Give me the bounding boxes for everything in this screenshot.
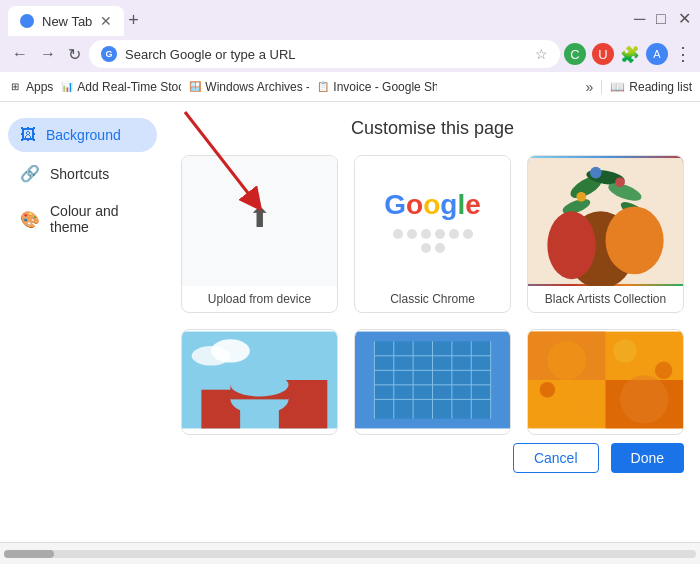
- dot-5: [449, 229, 459, 239]
- main-content: 🖼 Background 🔗 Shortcuts 🎨 Colour and th…: [0, 102, 700, 542]
- button-row: Cancel Done: [181, 435, 684, 481]
- upload-card-inner: ⬆: [182, 156, 337, 286]
- invoice-icon: 📋: [317, 80, 329, 94]
- dot-2: [407, 229, 417, 239]
- svg-point-40: [540, 382, 556, 398]
- building-image: [355, 330, 510, 430]
- dot-4: [435, 229, 445, 239]
- svg-point-38: [547, 341, 586, 380]
- sidebar: 🖼 Background 🔗 Shortcuts 🎨 Colour and th…: [0, 102, 165, 542]
- bookmark-invoice[interactable]: 📋 Invoice - Google Sh...: [317, 80, 437, 94]
- svg-point-43: [655, 362, 672, 379]
- reading-list-icon: 📖: [610, 80, 625, 94]
- stocks-icon: 📊: [61, 80, 73, 94]
- toolbar-icons: C U 🧩 A ⋮: [564, 43, 692, 65]
- bookmarks-bar: ⊞ Apps 📊 Add Real-Time Stoc... 🪟 Windows…: [0, 72, 700, 102]
- rock-arch-image: [182, 330, 337, 430]
- sidebar-colour-label: Colour and theme: [50, 203, 145, 235]
- search-text: Search Google or type a URL: [125, 47, 527, 62]
- apps-grid-icon: ⊞: [8, 80, 22, 94]
- svg-point-41: [576, 399, 595, 418]
- page-area: Customise this page ⬆ Upload from devic: [165, 102, 700, 542]
- sidebar-item-shortcuts[interactable]: 🔗 Shortcuts: [8, 156, 157, 191]
- extension-green-icon[interactable]: C: [564, 43, 586, 65]
- window-controls: ─ □ ✕: [634, 11, 692, 25]
- google-logo: Google: [384, 189, 480, 221]
- black-artists-card[interactable]: Black Artists Collection: [527, 155, 684, 313]
- colour-theme-icon: 🎨: [20, 210, 40, 229]
- upload-card-label: Upload from device: [182, 286, 337, 312]
- maximize-button[interactable]: □: [656, 11, 670, 25]
- rock-arch-card[interactable]: [181, 329, 338, 435]
- reading-list-button[interactable]: 📖 Reading list: [601, 80, 692, 94]
- svg-point-42: [613, 339, 636, 362]
- profile-avatar[interactable]: A: [646, 43, 668, 65]
- svg-point-39: [620, 375, 668, 423]
- close-button[interactable]: ✕: [678, 11, 692, 25]
- bookmark-apps-label: Apps: [26, 80, 53, 94]
- building-card[interactable]: [354, 329, 511, 435]
- svg-point-8: [590, 167, 602, 179]
- sidebar-background-label: Background: [46, 127, 121, 143]
- reload-button[interactable]: ↻: [64, 45, 85, 64]
- page-title: Customise this page: [181, 118, 684, 139]
- bottom-scrollbar[interactable]: [0, 542, 700, 564]
- more-bookmarks-button[interactable]: »: [586, 79, 594, 95]
- background-icon: 🖼: [20, 126, 36, 144]
- new-tab-button[interactable]: +: [128, 10, 139, 31]
- bookmark-stocks-label: Add Real-Time Stoc...: [77, 80, 181, 94]
- bookmark-windows-label: Windows Archives -...: [205, 80, 309, 94]
- sidebar-item-colour-theme[interactable]: 🎨 Colour and theme: [8, 195, 157, 243]
- bookmark-windows[interactable]: 🪟 Windows Archives -...: [189, 80, 309, 94]
- back-button[interactable]: ←: [8, 45, 32, 63]
- black-artists-image: [528, 156, 683, 286]
- extensions-icon[interactable]: 🧩: [620, 45, 640, 64]
- black-artists-svg: [528, 156, 683, 286]
- sidebar-item-background[interactable]: 🖼 Background: [8, 118, 157, 152]
- svg-point-9: [615, 177, 625, 187]
- upload-icon: ⬆: [248, 201, 271, 234]
- google-icon: G: [101, 46, 117, 62]
- cancel-button[interactable]: Cancel: [513, 443, 599, 473]
- scroll-thumb[interactable]: [4, 550, 54, 558]
- texture-card[interactable]: [527, 329, 684, 435]
- classic-chrome-label: Classic Chrome: [355, 286, 510, 312]
- svg-point-21: [230, 373, 288, 396]
- bookmark-star-icon[interactable]: ☆: [535, 46, 548, 62]
- extension-red-icon[interactable]: U: [592, 43, 614, 65]
- sidebar-shortcuts-label: Shortcuts: [50, 166, 109, 182]
- dot-7: [421, 243, 431, 253]
- reading-list-label: Reading list: [629, 80, 692, 94]
- background-grid: ⬆ Upload from device Google: [181, 155, 684, 313]
- dot-1: [393, 229, 403, 239]
- svg-point-10: [576, 192, 586, 202]
- dot-3: [421, 229, 431, 239]
- browser-chrome: New Tab ✕ + ─ □ ✕ ← → ↻ G Search Google …: [0, 0, 700, 564]
- menu-dots-icon[interactable]: ⋮: [674, 43, 692, 65]
- scroll-track: [4, 550, 696, 558]
- forward-button[interactable]: →: [36, 45, 60, 63]
- classic-chrome-card[interactable]: Google Classic Chrom: [354, 155, 511, 313]
- svg-point-12: [606, 206, 664, 274]
- title-bar: New Tab ✕ + ─ □ ✕: [0, 0, 700, 36]
- svg-point-16: [211, 339, 250, 362]
- dot-8: [435, 243, 445, 253]
- bookmark-stocks[interactable]: 📊 Add Real-Time Stoc...: [61, 80, 181, 94]
- tab-label: New Tab: [42, 14, 92, 29]
- background-grid-2: [181, 329, 684, 435]
- tab-close-button[interactable]: ✕: [100, 13, 112, 29]
- search-box[interactable]: G Search Google or type a URL ☆: [89, 40, 560, 68]
- done-button[interactable]: Done: [611, 443, 684, 473]
- browser-tab[interactable]: New Tab ✕: [8, 6, 124, 36]
- black-artists-label: Black Artists Collection: [528, 286, 683, 312]
- tab-favicon: [20, 14, 34, 28]
- dot-6: [463, 229, 473, 239]
- bookmark-invoice-label: Invoice - Google Sh...: [333, 80, 437, 94]
- texture-image: [528, 330, 683, 430]
- bookmark-apps[interactable]: ⊞ Apps: [8, 80, 53, 94]
- minimize-button[interactable]: ─: [634, 11, 648, 25]
- windows-icon: 🪟: [189, 80, 201, 94]
- upload-card[interactable]: ⬆ Upload from device: [181, 155, 338, 313]
- classic-chrome-preview: Google: [355, 156, 510, 286]
- address-bar: ← → ↻ G Search Google or type a URL ☆ C …: [0, 36, 700, 72]
